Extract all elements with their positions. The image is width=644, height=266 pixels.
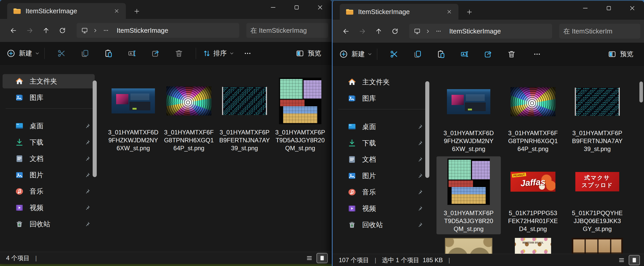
- sidebar-item-label: 下载: [30, 138, 84, 147]
- sidebar-item-downloads[interactable]: 下载: [335, 136, 427, 150]
- sidebar-item-recycle-bin[interactable]: 回收站: [335, 218, 427, 232]
- file-tile[interactable]: [436, 236, 501, 254]
- close-window-button[interactable]: [621, 1, 644, 16]
- sidebar-item-videos[interactable]: 视频: [335, 201, 427, 216]
- sidebar-item-gallery[interactable]: 图库: [3, 90, 95, 105]
- minimize-button[interactable]: [261, 0, 285, 15]
- breadcrumb-ellipsis-button[interactable]: [433, 27, 444, 36]
- minimize-button[interactable]: [574, 1, 597, 16]
- cut-button[interactable]: [382, 46, 406, 62]
- title-bar[interactable]: ItemStickerImage: [0, 0, 332, 19]
- see-more-button[interactable]: [237, 45, 258, 62]
- cut-button[interactable]: [50, 45, 73, 62]
- paste-button[interactable]: [97, 45, 120, 62]
- close-window-button[interactable]: [308, 0, 332, 15]
- sidebar-item-music[interactable]: 音乐: [335, 185, 427, 199]
- breadcrumb-chevron[interactable]: [91, 26, 100, 35]
- file-tile[interactable]: BRITISH ISLES.: [501, 236, 565, 254]
- sidebar-item-music[interactable]: 音乐: [3, 184, 95, 199]
- details-view-button[interactable]: [616, 255, 627, 265]
- file-tile[interactable]: 3_01HYAMTXF6FG8TPNRH6XGQ164P_st.png: [161, 76, 217, 154]
- sidebar-scrollbar[interactable]: [425, 81, 429, 178]
- share-button[interactable]: [476, 46, 500, 62]
- file-name: 3_01HYAMTXF6PT9D5A3JGY8R20QM_st.png: [275, 128, 326, 152]
- details-view-button[interactable]: [304, 253, 315, 263]
- sidebar-item-pictures[interactable]: 图片: [335, 169, 427, 183]
- new-label: 新建: [19, 49, 32, 58]
- file-name: 5_01K71PPPG53FEK72H4R01FXED4_st.png: [507, 209, 558, 233]
- breadcrumb-chevron[interactable]: [423, 27, 432, 36]
- sidebar-item-label: 回收站: [362, 220, 417, 229]
- rename-button[interactable]: [453, 46, 476, 62]
- preview-toggle-button[interactable]: 预览: [296, 49, 321, 58]
- see-more-button[interactable]: [527, 46, 547, 62]
- title-bar[interactable]: ItemStickerImage: [333, 1, 644, 20]
- paste-button[interactable]: [429, 46, 453, 62]
- recycle-bin-icon: [15, 219, 24, 229]
- search-input[interactable]: 在 ItemStickerIm: [559, 24, 640, 39]
- sidebar-item-pictures[interactable]: 图片: [3, 168, 95, 182]
- address-bar[interactable]: ItemStickerImage: [409, 24, 552, 39]
- thumbnail-steam-screenshot: [112, 88, 155, 113]
- sidebar-item-documents[interactable]: 文档: [335, 152, 427, 167]
- up-button[interactable]: [370, 24, 387, 39]
- forward-button[interactable]: [21, 23, 38, 38]
- thumbnail-view-button[interactable]: [629, 255, 640, 265]
- file-tile[interactable]: 式マクサ スプッロド 5_01K71PQQYHEJJBQ06E19JKK3GY_…: [565, 156, 629, 234]
- toolbar-separator: [377, 49, 377, 60]
- explorer-tab[interactable]: ItemStickerImage: [340, 4, 458, 20]
- sidebar-item-documents[interactable]: 文档: [3, 152, 95, 166]
- close-icon: [447, 9, 452, 14]
- file-tile[interactable]: 3_01HYAMTXF6PT9D5A3JGY8R20QM_st.png: [436, 156, 501, 234]
- delete-button[interactable]: [500, 46, 523, 62]
- tab-close-button[interactable]: [112, 6, 122, 16]
- sidebar-scrollbar[interactable]: [93, 80, 97, 177]
- forward-button[interactable]: [354, 24, 370, 39]
- file-tile[interactable]: [565, 236, 629, 254]
- new-button[interactable]: 新建: [7, 49, 39, 58]
- folder-icon: [13, 7, 21, 15]
- explorer-tab[interactable]: ItemStickerImage: [7, 3, 126, 19]
- files-scrollbar[interactable]: [639, 82, 643, 102]
- back-button[interactable]: [5, 23, 21, 38]
- file-tile[interactable]: PEANUT Jaffas 5_01K71PPPG53FEK72H4R01FXE…: [501, 156, 565, 234]
- sidebar-item-desktop[interactable]: 桌面: [335, 120, 427, 134]
- sidebar-item-downloads[interactable]: 下载: [3, 135, 95, 149]
- rename-button[interactable]: [120, 45, 144, 62]
- maximize-button[interactable]: [285, 0, 308, 15]
- preview-toggle-button[interactable]: 预览: [608, 50, 633, 59]
- sidebar-item-gallery[interactable]: 图库: [335, 91, 427, 106]
- copy-button[interactable]: [73, 45, 97, 62]
- file-tile[interactable]: 3_01HYAMTXF6PB9FERTNJNA7AY39_st.png: [565, 76, 629, 154]
- sidebar-item-home[interactable]: 主文件夹: [335, 75, 427, 89]
- sidebar-item-home[interactable]: 主文件夹: [3, 74, 95, 88]
- new-tab-button[interactable]: [464, 6, 475, 18]
- breadcrumb-ellipsis-button[interactable]: [101, 26, 111, 35]
- new-button[interactable]: 新建: [339, 50, 372, 59]
- file-tile[interactable]: 3_01HYAMTXF6FG8TPNRH6XGQ164P_st.png: [501, 76, 565, 154]
- file-name: 3_01HYAMTXF6D9FHZKWJDM2NY6XW_st.png: [443, 129, 494, 153]
- search-input[interactable]: 在 ItemStickerImag: [246, 23, 328, 38]
- address-bar[interactable]: ItemStickerImage: [77, 23, 239, 38]
- file-tile[interactable]: 3_01HYAMTXF6PT9D5A3JGY8R20QM_st.png: [272, 76, 328, 154]
- maximize-button[interactable]: [597, 1, 621, 16]
- share-button[interactable]: [144, 45, 167, 62]
- up-button[interactable]: [38, 23, 54, 38]
- new-tab-button[interactable]: [131, 6, 143, 17]
- file-tile[interactable]: 3_01HYAMTXF6D9FHZKWJDM2NY6XW_st.png: [436, 76, 501, 154]
- sort-button[interactable]: 排序: [203, 49, 234, 58]
- file-tile[interactable]: 3_01HYAMTXF6D9FHZKWJDM2NY6XW_st.png: [105, 76, 161, 154]
- sidebar-item-videos[interactable]: 视频: [3, 201, 95, 215]
- back-button[interactable]: [338, 24, 354, 39]
- tab-close-button[interactable]: [444, 7, 454, 17]
- copy-button[interactable]: [406, 46, 429, 62]
- thumbnail-view-button[interactable]: [317, 253, 328, 263]
- status-bar: 107 个项目|选中 1 个项目 185 KB|: [333, 254, 644, 266]
- refresh-button[interactable]: [387, 24, 403, 39]
- sidebar-item-recycle-bin[interactable]: 回收站: [3, 217, 95, 231]
- sidebar-item-desktop[interactable]: 桌面: [3, 119, 95, 133]
- forward-icon: [26, 27, 33, 34]
- refresh-button[interactable]: [54, 23, 70, 38]
- file-tile[interactable]: 3_01HYAMTXF6PB9FERTNJNA7AY39_st.png: [217, 76, 272, 154]
- delete-button[interactable]: [167, 45, 191, 62]
